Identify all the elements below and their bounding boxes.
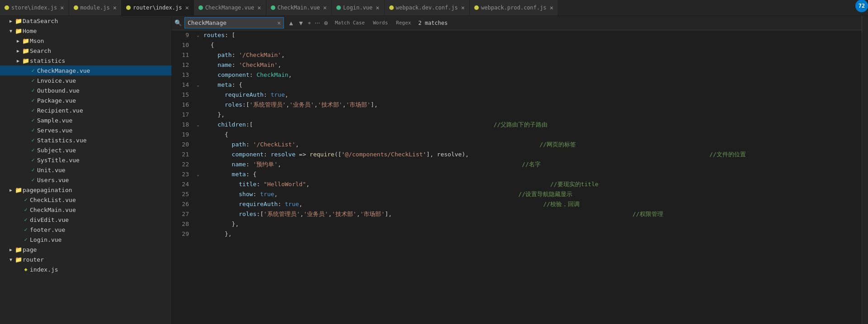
tab-store-index[interactable]: store\index.js×	[0, 0, 69, 15]
fold-arrow-24[interactable]	[194, 179, 202, 189]
fold-arrow-27[interactable]	[194, 209, 202, 219]
sidebar-item-router-folder[interactable]: ▼📁router	[0, 254, 171, 264]
fold-arrow-29[interactable]	[194, 229, 202, 239]
sidebar-item-outbound-vue[interactable]: ✓Outbound.vue	[0, 85, 171, 95]
line-content-27[interactable]: roles:['系统管理员','业务员','技术部','市场部'], //权限管…	[202, 209, 862, 219]
line-content-20[interactable]: path: '/CheckList', //网页的标签	[202, 140, 862, 150]
whole-word-button[interactable]: Words	[370, 19, 391, 27]
fold-arrow-15[interactable]	[194, 90, 202, 100]
fold-arrow-19[interactable]	[194, 130, 202, 140]
line-content-10[interactable]: {	[202, 40, 862, 50]
sidebar-item-pagepagination[interactable]: ▶📁pagepagination	[0, 185, 171, 195]
fold-arrow-12[interactable]	[194, 60, 202, 70]
line-content-16[interactable]: roles:['系统管理员','业务员','技术部','市场部'],	[202, 100, 862, 110]
tab-close-webpack-prod[interactable]: ×	[550, 4, 553, 11]
tab-router-index[interactable]: router\index.js×	[122, 0, 194, 15]
tab-webpack-dev[interactable]: webpack.dev.conf.js×	[385, 0, 470, 15]
sidebar-item-systitle-vue[interactable]: ✓SysTitle.vue	[0, 155, 171, 165]
tab-module-js[interactable]: module.js×	[69, 0, 122, 15]
line-content-17[interactable]: },	[202, 110, 862, 120]
line-content-19[interactable]: {	[202, 130, 862, 140]
fold-arrow-13[interactable]	[194, 70, 202, 80]
tab-close-check-manage[interactable]: ×	[257, 4, 261, 11]
sidebar-item-home[interactable]: ▼📁Home	[0, 26, 171, 36]
line-content-9[interactable]: routes: [	[202, 30, 862, 40]
fold-arrow-18[interactable]: ⌄	[194, 120, 202, 130]
sidebar-item-index-js[interactable]: ◆index.js	[0, 264, 171, 274]
line-content-28[interactable]: },	[202, 219, 862, 229]
sidebar-item-check-manage-vue[interactable]: ✓CheckManage.vue	[0, 66, 171, 75]
sidebar-item-lnvoice-vue[interactable]: ✓Lnvoice.vue	[0, 75, 171, 85]
sidebar-item-users-vue[interactable]: ✓Users.vue	[0, 175, 171, 185]
fold-arrow-11[interactable]	[194, 50, 202, 60]
sidebar-item-subject-vue[interactable]: ✓Subject.vue	[0, 145, 171, 155]
tab-close-module-js[interactable]: ×	[113, 4, 117, 11]
tab-close-webpack-dev[interactable]: ×	[461, 4, 465, 11]
tab-check-manage[interactable]: CheckManage.vue×	[194, 0, 266, 15]
fold-arrow-14[interactable]: ⌄	[194, 80, 202, 90]
tab-close-login-vue[interactable]: ×	[376, 4, 379, 11]
line-content-13[interactable]: component: CheckMain,	[202, 70, 862, 80]
tab-close-router-index[interactable]: ×	[185, 4, 189, 11]
tab-login-vue[interactable]: Login.vue×	[332, 0, 384, 15]
sidebar-item-divedit-vue[interactable]: ✓divEdit.vue	[0, 215, 171, 225]
line-content-12[interactable]: name: 'CheckMain',	[202, 60, 862, 70]
tab-check-main[interactable]: CheckMain.vue×	[266, 0, 332, 15]
tab-webpack-prod[interactable]: webpack.prod.conf.js×	[470, 0, 558, 15]
tab-label-check-manage: CheckManage.vue	[205, 5, 254, 11]
fold-arrow-25[interactable]	[194, 189, 202, 199]
line-content-23[interactable]: meta: {	[202, 169, 862, 179]
sidebar-item-serves-vue[interactable]: ✓Serves.vue	[0, 125, 171, 135]
sidebar-item-checklist-vue[interactable]: ✓CheckList.vue	[0, 195, 171, 205]
sidebar-item-datasearch[interactable]: ▶📁DataSearch	[0, 16, 171, 26]
user-avatar[interactable]: 72	[855, 0, 868, 12]
line-content-21[interactable]: component: resolve => require(['@/compon…	[202, 150, 862, 160]
line-content-15[interactable]: requireAuth: true,	[202, 90, 862, 100]
line-number-25: 25	[172, 189, 194, 199]
line-content-11[interactable]: path: '/CheckMain',	[202, 50, 862, 60]
line-content-14[interactable]: meta: {	[202, 80, 862, 90]
line-content-25[interactable]: show: true, //设置导航隐藏显示	[202, 189, 862, 199]
regex-button[interactable]: Regex	[393, 19, 414, 27]
fold-arrow-10[interactable]	[194, 40, 202, 50]
fold-arrow-17[interactable]	[194, 110, 202, 120]
sidebar-item-statistics[interactable]: ▶📁statistics	[0, 56, 171, 66]
sidebar-item-page-folder[interactable]: ▶📁page	[0, 244, 171, 254]
match-case-button[interactable]: Match Case	[332, 19, 368, 27]
sidebar-item-package-vue[interactable]: ✓Package.vue	[0, 95, 171, 105]
fold-arrow-20[interactable]	[194, 140, 202, 150]
line-content-22[interactable]: name: '预约单', //名字	[202, 160, 862, 169]
line-content-29[interactable]: },	[202, 229, 862, 239]
fold-arrow-22[interactable]	[194, 160, 202, 169]
tab-close-store-index[interactable]: ×	[60, 4, 64, 11]
fold-arrow-28[interactable]	[194, 219, 202, 229]
fold-arrow-9[interactable]: ⌄	[194, 30, 202, 40]
sidebar-item-recipient-vue[interactable]: ✓Recipient.vue	[0, 105, 171, 115]
find-in-selection-button[interactable]: ⌖	[307, 19, 312, 27]
line-content-26[interactable]: requireAuth: true, //校验，回调	[202, 199, 862, 209]
clear-search-icon[interactable]: ✕	[277, 19, 281, 26]
sidebar-item-login-vue-file[interactable]: ✓Login.vue	[0, 235, 171, 244]
tab-close-check-main[interactable]: ×	[323, 4, 327, 11]
sidebar-item-unit-vue[interactable]: ✓Unit.vue	[0, 165, 171, 175]
fold-arrow-23[interactable]: ⌄	[194, 169, 202, 179]
code-comment-20: //网页的标签	[540, 141, 576, 148]
find-input[interactable]	[188, 19, 275, 26]
code-editor[interactable]: 9⌄routes: [10 {11 path: '/CheckMain',12 …	[172, 30, 862, 324]
sidebar-item-search[interactable]: ▶📁Search	[0, 46, 171, 56]
line-content-24[interactable]: title: "HelloWorld", //要现实的title	[202, 179, 862, 189]
sidebar-item-sample-vue[interactable]: ✓Sample.vue	[0, 115, 171, 125]
close-find-button[interactable]: ⋯	[313, 19, 321, 27]
next-match-button[interactable]: ▼	[297, 19, 306, 27]
sidebar-item-footer-vue[interactable]: ✓footer.vue	[0, 225, 171, 235]
sidebar-item-checkmain-vue[interactable]: ✓CheckMain.vue	[0, 205, 171, 215]
sidebar-item-mson[interactable]: ▶📁Mson	[0, 36, 171, 46]
file-icon-outbound-vue: ✓	[29, 87, 37, 94]
sidebar-item-statistics-vue[interactable]: ✓Statistics.vue	[0, 135, 171, 145]
fold-arrow-16[interactable]	[194, 100, 202, 110]
filter-button[interactable]: ⊕	[322, 19, 330, 27]
fold-arrow-26[interactable]	[194, 199, 202, 209]
prev-match-button[interactable]: ▲	[287, 19, 296, 27]
fold-arrow-21[interactable]	[194, 150, 202, 160]
line-content-18[interactable]: children:[ //父路由下的子路由	[202, 120, 862, 130]
